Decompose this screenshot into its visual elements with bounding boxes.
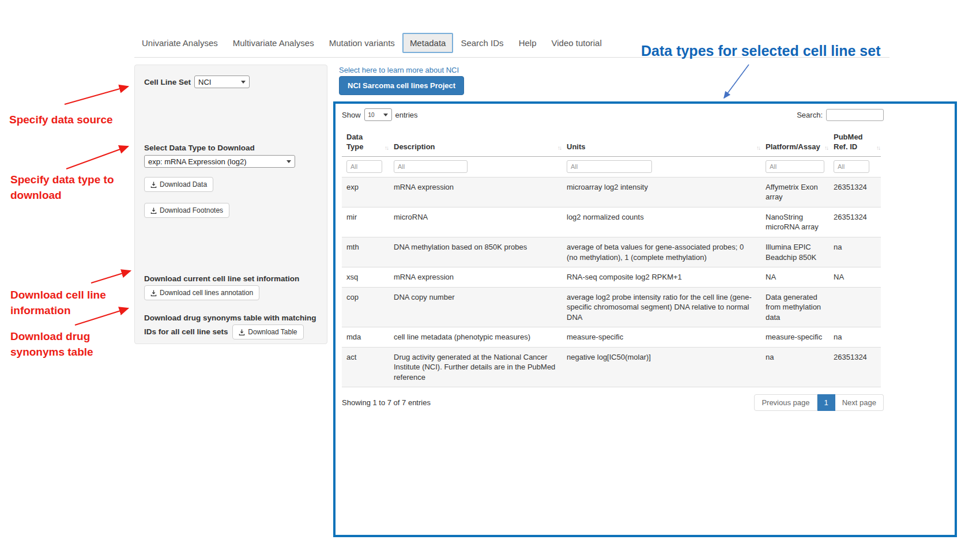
cell-data-type: xsq — [342, 267, 389, 288]
filter-cell — [829, 156, 881, 177]
download-annotation-label: Download cell lines annotation — [160, 289, 253, 297]
page-size-select[interactable]: 10 — [364, 108, 392, 121]
cell-platform: Affymetrix Exon array — [761, 177, 829, 207]
column-header-pubmed-ref-id[interactable]: PubMed Ref. ID↑↓ — [829, 129, 881, 156]
drug-synonyms-heading: Download drug synonyms table with matchi… — [144, 312, 324, 339]
arrow-specify-data-type — [66, 146, 128, 169]
arrow-data-types — [724, 65, 749, 98]
cell-platform: Illumina EPIC Beadchip 850K — [761, 237, 829, 267]
cell-data-type: cop — [342, 287, 389, 327]
next-page-button[interactable]: Next page — [835, 394, 884, 411]
download-data-button[interactable]: Download Data — [144, 177, 213, 192]
cell-units: measure-specific — [562, 327, 761, 348]
chevron-down-icon — [241, 81, 246, 84]
column-label: Platform/Assay — [766, 142, 820, 151]
entries-label: entries — [395, 111, 418, 119]
download-table-label: Download Table — [248, 328, 297, 336]
tab-help[interactable]: Help — [511, 33, 544, 53]
cell-units: average of beta values for gene-associat… — [562, 237, 761, 267]
sort-icon: ↑↓ — [876, 144, 880, 152]
cell-platform: Data generated from methylation data — [761, 287, 829, 327]
page-size-value: 10 — [368, 112, 375, 118]
cell-data-type: mda — [342, 327, 389, 348]
project-button[interactable]: NCI Sarcoma cell lines Project — [339, 76, 464, 95]
column-header-platform-assay[interactable]: Platform/Assay↑↓ — [761, 129, 829, 156]
sort-icon: ↑↓ — [385, 144, 388, 152]
download-icon — [150, 207, 157, 214]
filter-input-data-type[interactable] — [346, 160, 382, 173]
table-row: xsq mRNA expression RNA-seq composite lo… — [342, 267, 881, 288]
data-type-select[interactable]: exp: mRNA Expression (log2) — [144, 155, 295, 168]
filter-input-pubmed[interactable] — [834, 160, 869, 173]
table-row: mth DNA methylation based on 850K probes… — [342, 237, 881, 267]
table-row: mda cell line metadata (phenotypic measu… — [342, 327, 881, 348]
column-header-description[interactable]: Description↑↓ — [389, 129, 562, 156]
previous-page-button[interactable]: Previous page — [754, 394, 817, 411]
sort-icon: ↑↓ — [557, 144, 561, 152]
learn-more-link[interactable]: Select here to learn more about NCI — [339, 66, 459, 74]
cell-line-set-value: NCI — [198, 78, 211, 86]
cell-pubmed: 26351324 — [829, 177, 881, 207]
cell-pubmed: na — [829, 237, 881, 267]
filter-row — [342, 156, 881, 177]
cell-platform: NanoString microRNA array — [761, 207, 829, 237]
download-cell-lines-annotation-button[interactable]: Download cell lines annotation — [144, 285, 259, 300]
cell-data-type: mir — [342, 207, 389, 237]
cell-description: mRNA expression — [389, 267, 562, 288]
column-label: PubMed Ref. ID — [834, 133, 863, 151]
cell-units: negative log[IC50(molar)] — [562, 347, 761, 387]
show-label: Show — [342, 111, 361, 119]
table-row: mir microRNA log2 normalized counts Nano… — [342, 207, 881, 237]
chevron-down-icon — [287, 160, 291, 163]
cell-units: average log2 probe intensity ratio for t… — [562, 287, 761, 327]
filter-input-description[interactable] — [394, 160, 468, 173]
tab-metadata[interactable]: Metadata — [402, 33, 454, 53]
table-row: exp mRNA expression microarray log2 inte… — [342, 177, 881, 207]
download-footnotes-button[interactable]: Download Footnotes — [144, 203, 229, 218]
cell-description: mRNA expression — [389, 177, 562, 207]
annotation-specify-data-source: Specify data source — [9, 112, 113, 128]
column-header-data-type[interactable]: Data Type↑↓ — [342, 129, 389, 156]
tab-search-ids[interactable]: Search IDs — [453, 33, 511, 53]
annotation-specify-data-type: Specify data type to download — [10, 172, 137, 203]
cell-platform: measure-specific — [761, 327, 829, 348]
tab-multivariate-analyses[interactable]: Multivariate Analyses — [225, 33, 322, 53]
cell-description: Drug activity generated at the National … — [389, 347, 562, 387]
filter-input-platform[interactable] — [766, 160, 824, 173]
download-footnotes-label: Download Footnotes — [160, 206, 223, 214]
search-label: Search: — [797, 111, 823, 119]
cell-data-type: act — [342, 347, 389, 387]
sort-icon: ↑↓ — [824, 144, 828, 152]
cell-description: DNA methylation based on 850K probes — [389, 237, 562, 267]
cell-pubmed: na — [829, 327, 881, 348]
pagination: Previous page 1 Next page — [754, 394, 884, 411]
data-types-annotation-box: Show 10 entries Search: Data Type↑↓ Desc… — [333, 101, 957, 537]
column-label: Description — [394, 142, 435, 151]
column-label: Data Type — [346, 133, 363, 151]
cell-units: RNA-seq composite log2 RPKM+1 — [562, 267, 761, 288]
table-row: cop DNA copy number average log2 probe i… — [342, 287, 881, 327]
cell-description: microRNA — [389, 207, 562, 237]
cell-pubmed: 26351324 — [829, 207, 881, 237]
search-input[interactable] — [826, 109, 884, 121]
download-table-button[interactable]: Download Table — [232, 324, 303, 339]
data-type-label: Select Data Type to Download — [144, 144, 318, 152]
page-1-button[interactable]: 1 — [817, 394, 835, 411]
table-summary: Showing 1 to 7 of 7 entries — [342, 398, 431, 407]
annotation-data-types-title: Data types for selected cell line set — [641, 43, 880, 59]
tab-video-tutorial[interactable]: Video tutorial — [544, 33, 609, 53]
cell-data-type: mth — [342, 237, 389, 267]
sort-icon: ↑↓ — [756, 144, 760, 152]
download-data-label: Download Data — [160, 180, 207, 188]
cell-line-set-label: Cell Line Set — [144, 78, 191, 86]
chevron-down-icon — [383, 114, 388, 116]
filter-input-units[interactable] — [567, 160, 652, 173]
cell-pubmed: 26351324 — [829, 347, 881, 387]
tab-mutation-variants[interactable]: Mutation variants — [322, 33, 402, 53]
column-label: Units — [567, 142, 586, 151]
tab-univariate-analyses[interactable]: Univariate Analyses — [134, 33, 225, 53]
table-row: act Drug activity generated at the Natio… — [342, 347, 881, 387]
column-header-units[interactable]: Units↑↓ — [562, 129, 761, 156]
cell-line-set-select[interactable]: NCI — [194, 76, 250, 88]
header-row: Data Type↑↓ Description↑↓ Units↑↓ Platfo… — [342, 129, 881, 156]
